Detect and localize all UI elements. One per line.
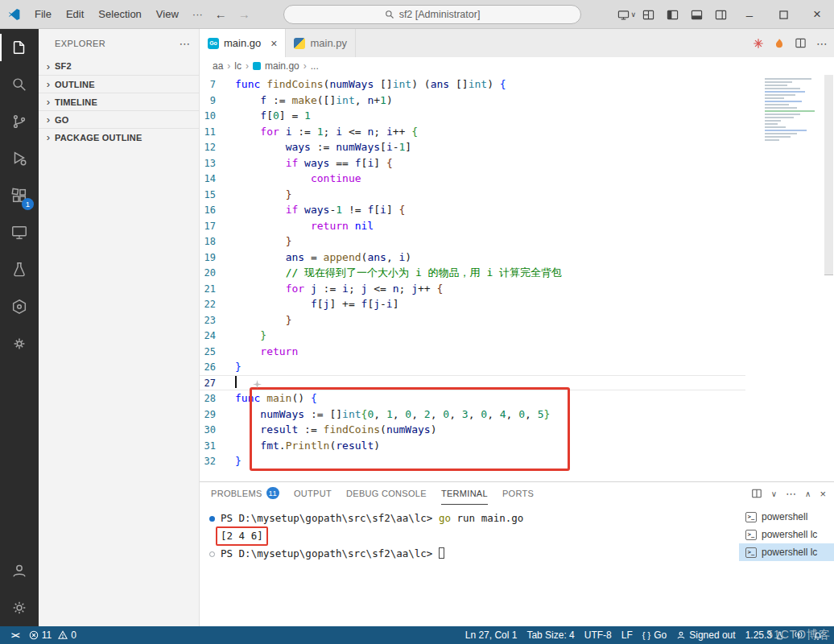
activity-extension-a-icon[interactable] xyxy=(0,288,39,325)
code-line[interactable]: 30 result := findCoins(numWays) xyxy=(200,422,745,438)
encoding-status[interactable]: UTF-8 xyxy=(580,630,617,641)
minimap[interactable] xyxy=(765,78,823,142)
close-window-button[interactable]: × xyxy=(800,0,834,29)
remote-indicator[interactable]: >< xyxy=(6,631,24,640)
forward-button[interactable]: → xyxy=(233,7,256,21)
code-line[interactable]: 13 if ways == f[i] { xyxy=(200,155,745,171)
panel-tab-output[interactable]: OUTPUT xyxy=(294,482,332,505)
breadcrumb-item[interactable]: lc xyxy=(234,60,242,72)
code-line[interactable]: 29 numWays := []int{0, 1, 0, 2, 0, 3, 0,… xyxy=(200,407,745,423)
language-mode-status[interactable]: { } Go xyxy=(638,630,671,641)
maximize-panel-icon[interactable]: ∧ xyxy=(805,489,811,498)
tab-main.py[interactable]: main.py xyxy=(286,29,356,57)
terminal-instance-item[interactable]: >_powershell xyxy=(739,508,834,526)
eol-status[interactable]: LF xyxy=(617,630,638,641)
extension-action-flame-icon[interactable] xyxy=(774,38,785,49)
terminal-dropdown-icon[interactable]: ∨ xyxy=(771,489,777,498)
code-line[interactable]: 18 } xyxy=(200,233,745,250)
panel-tab-terminal[interactable]: TERMINAL xyxy=(441,482,488,505)
radio-tower-icon[interactable] xyxy=(789,630,808,640)
activity-extension-b-icon[interactable] xyxy=(0,325,39,362)
code-line[interactable]: 14 continue xyxy=(200,171,745,187)
command-center-search[interactable]: sf2 [Administrator] xyxy=(283,5,581,24)
close-panel-icon[interactable]: × xyxy=(820,488,826,500)
split-terminal-icon[interactable] xyxy=(751,488,762,499)
terminal-instance-item[interactable]: >_powershell lc xyxy=(739,526,834,543)
terminal-instance-item[interactable]: >_powershell lc xyxy=(739,543,834,561)
explorer-section-outline[interactable]: ›OUTLINE xyxy=(39,75,199,93)
code-line[interactable]: 7func findCoins(numWays []int) (ans []in… xyxy=(200,76,745,93)
activity-source-control-icon[interactable] xyxy=(0,103,39,140)
panel-tab-ports[interactable]: PORTS xyxy=(502,482,534,505)
explorer-section-package-outline[interactable]: ›PACKAGE OUTLINE xyxy=(39,128,199,146)
breadcrumb-item[interactable]: ... xyxy=(311,60,319,72)
explorer-more-actions-button[interactable]: ⋯ xyxy=(180,37,191,50)
indentation-status[interactable]: Tab Size: 4 xyxy=(522,630,579,641)
sparkle-hint-icon[interactable] xyxy=(253,380,262,389)
minimize-button[interactable]: – xyxy=(733,0,766,29)
activity-explorer-icon[interactable] xyxy=(0,29,39,66)
menu-file[interactable]: File xyxy=(27,0,59,29)
breadcrumb-item[interactable]: aa xyxy=(213,60,223,72)
code-line[interactable]: 20 // 现在得到了一个大小为 i 的物品，用 i 计算完全背包 xyxy=(200,265,745,281)
account-status[interactable]: Signed out xyxy=(671,630,740,641)
code-line[interactable]: 16 if ways-1 != f[i] { xyxy=(200,202,745,218)
extension-action-snowflake-icon[interactable] xyxy=(753,38,764,49)
terminal-line[interactable]: [2 4 6] xyxy=(209,526,739,546)
editor-scrollbar[interactable] xyxy=(824,75,833,275)
breadcrumb-item[interactable]: main.go xyxy=(265,60,299,72)
activity-run-debug-icon[interactable] xyxy=(0,140,39,177)
menu-selection[interactable]: Selection xyxy=(91,0,148,29)
explorer-section-timeline[interactable]: ›TIMELINE xyxy=(39,93,199,110)
split-editor-icon[interactable] xyxy=(795,37,807,49)
terminal-line[interactable]: PS D:\mysetup\gopath\src\sf2\aa\lc> xyxy=(209,546,739,562)
maximize-button[interactable] xyxy=(766,0,800,29)
editor-more-actions-icon[interactable]: ⋯ xyxy=(816,37,828,50)
go-version-status[interactable]: 1.25.3 xyxy=(741,630,789,641)
customize-layout-icon[interactable] xyxy=(636,0,660,29)
explorer-section-sf2[interactable]: ›SF2 xyxy=(39,57,199,75)
explorer-section-go[interactable]: ›GO xyxy=(39,110,199,128)
activity-remote-explorer-icon[interactable] xyxy=(0,214,39,251)
menu-overflow-button[interactable]: ··· xyxy=(186,8,209,20)
menu-edit[interactable]: Edit xyxy=(59,0,91,29)
code-line[interactable]: 12 ways := numWays[i-1] xyxy=(200,139,745,155)
code-line[interactable]: 17 return nil xyxy=(200,218,745,234)
toggle-secondary-sidebar-icon[interactable] xyxy=(708,0,733,29)
activity-testing-icon[interactable] xyxy=(0,251,39,288)
close-tab-icon[interactable]: × xyxy=(270,37,277,50)
toggle-primary-sidebar-icon[interactable] xyxy=(660,0,684,29)
activity-search-icon[interactable] xyxy=(0,66,39,103)
code-line[interactable]: 26} xyxy=(200,359,745,375)
toggle-panel-icon[interactable] xyxy=(684,0,708,29)
problems-status[interactable]: 11 0 xyxy=(24,630,81,641)
code-line[interactable]: 32} xyxy=(200,453,745,469)
code-line[interactable]: 11 for i := 1; i <= n; i++ { xyxy=(200,124,745,140)
panel-tab-debug-console[interactable]: DEBUG CONSOLE xyxy=(346,482,427,505)
activity-settings-gear-icon[interactable] xyxy=(0,589,39,626)
code-line[interactable]: 25 return xyxy=(200,344,745,360)
back-button[interactable]: ← xyxy=(209,7,233,21)
code-line[interactable]: 15 } xyxy=(200,187,745,203)
terminal-line[interactable]: PS D:\mysetup\gopath\src\sf2\aa\lc> go r… xyxy=(209,510,739,526)
code-line[interactable]: 23 } xyxy=(200,312,745,328)
panel-tab-problems[interactable]: PROBLEMS11 xyxy=(211,482,279,505)
activity-account-icon[interactable] xyxy=(0,552,39,589)
code-line[interactable]: 9 f := make([]int, n+1) xyxy=(200,93,745,109)
cursor-position-status[interactable]: Ln 27, Col 1 xyxy=(460,630,522,641)
panel-more-actions-icon[interactable]: ⋯ xyxy=(786,488,796,500)
code-editor[interactable]: 7func findCoins(numWays []int) (ans []in… xyxy=(200,75,834,481)
code-line[interactable]: 28func main() { xyxy=(200,390,745,407)
tab-main.go[interactable]: Gomain.go× xyxy=(200,29,286,57)
menu-view[interactable]: View xyxy=(149,0,186,29)
activity-extensions-icon[interactable]: 1 xyxy=(0,177,39,214)
terminal-output[interactable]: PS D:\mysetup\gopath\src\sf2\aa\lc> go r… xyxy=(200,505,739,626)
code-line[interactable]: 10 f[0] = 1 xyxy=(200,108,745,124)
code-line[interactable]: 24 } xyxy=(200,328,745,344)
code-line[interactable]: 27 xyxy=(200,375,745,391)
notifications-bell-icon[interactable] xyxy=(808,630,828,640)
code-line[interactable]: 19 ans = append(ans, i) xyxy=(200,250,745,266)
code-line[interactable]: 31 fmt.Println(result) xyxy=(200,438,745,454)
code-line[interactable]: 21 for j := i; j <= n; j++ { xyxy=(200,281,745,297)
code-line[interactable]: 22 f[j] += f[j-i] xyxy=(200,296,745,312)
